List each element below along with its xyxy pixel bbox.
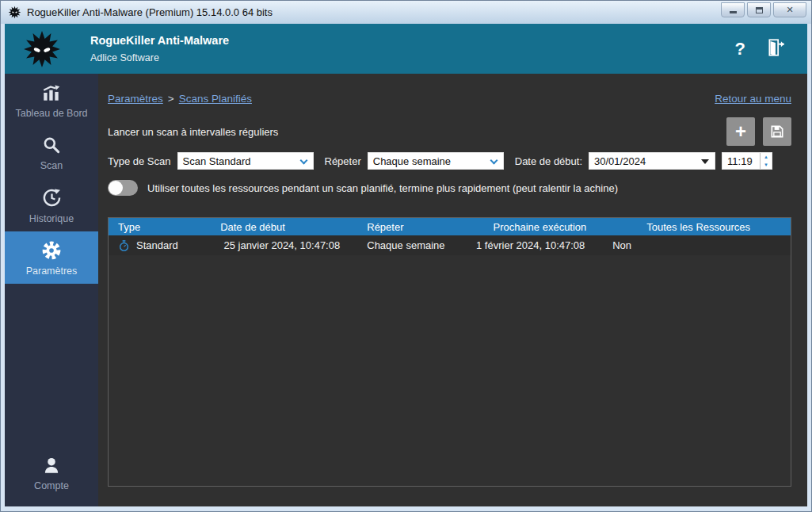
column-header-next-execution[interactable]: Prochaine exécution xyxy=(484,221,638,233)
breadcrumb-separator: > xyxy=(168,93,174,105)
return-to-menu-link[interactable]: Retour au menu xyxy=(715,93,791,105)
start-time-input[interactable]: 11:19 ▲ ▼ xyxy=(722,152,772,170)
repeat-select[interactable]: Chaque semaine xyxy=(368,152,504,170)
exit-button[interactable] xyxy=(766,37,787,61)
cell-next-execution: 1 février 2024, 10:47:08 xyxy=(467,239,603,251)
repeat-value: Chaque semaine xyxy=(373,155,451,167)
table-row[interactable]: Standard 25 janvier 2024, 10:47:08 Chaqu… xyxy=(109,235,791,255)
spinner-down-icon[interactable]: ▼ xyxy=(761,161,772,169)
sidebar-spacer xyxy=(5,284,98,446)
history-icon xyxy=(41,187,63,208)
add-schedule-button[interactable]: + xyxy=(726,117,755,146)
save-icon xyxy=(769,124,785,139)
gear-icon xyxy=(41,240,62,261)
close-icon: ✕ xyxy=(786,6,793,14)
body-row: Tableau de Bord Scan Historique xyxy=(5,74,807,506)
chart-icon xyxy=(41,82,62,103)
scan-type-label: Type de Scan xyxy=(108,155,171,167)
sidebar-item-label: Paramètres xyxy=(26,266,78,277)
sidebar-item-scan[interactable]: Scan xyxy=(5,126,98,178)
sidebar-item-label: Historique xyxy=(29,213,74,224)
time-spinner: ▲ ▼ xyxy=(760,153,772,169)
chevron-down-icon xyxy=(299,157,307,165)
plus-icon: + xyxy=(735,122,746,141)
cell-start-date: 25 janvier 2024, 10:47:08 xyxy=(214,239,357,251)
user-icon xyxy=(41,455,62,476)
column-header-start-date[interactable]: Date de début xyxy=(211,221,357,233)
breadcrumb-link-scans-planifies[interactable]: Scans Planifiés xyxy=(179,93,252,105)
spinner-up-icon[interactable]: ▲ xyxy=(761,153,772,161)
all-resources-toggle-label: Utiliser toutes les ressources pendant u… xyxy=(147,182,618,194)
cell-all-resources: Non xyxy=(603,239,791,251)
start-date-label: Date de début: xyxy=(515,155,582,167)
vendor-name: Adlice Software xyxy=(90,52,715,63)
repeat-label: Répeter xyxy=(325,155,361,167)
resources-toggle-row: Utiliser toutes les ressources pendant u… xyxy=(108,180,791,196)
help-button[interactable]: ? xyxy=(735,39,745,59)
column-header-type[interactable]: Type xyxy=(109,221,211,233)
sidebar-item-label: Tableau de Bord xyxy=(15,108,87,119)
cell-type-value: Standard xyxy=(136,239,178,251)
sidebar-item-parametres[interactable]: Paramètres xyxy=(5,231,98,284)
title-bar[interactable]: RogueKiller Anti-Malware (Premium) 15.14… xyxy=(1,1,811,24)
search-icon xyxy=(41,135,62,155)
app-titles: RogueKiller Anti-Malware Adlice Software xyxy=(90,34,715,63)
cell-type: Standard xyxy=(109,239,214,252)
minimize-button[interactable] xyxy=(721,2,745,17)
start-date-value: 30/01/2024 xyxy=(594,155,646,167)
sidebar-item-compte[interactable]: Compte xyxy=(5,446,98,499)
breadcrumb-link-parametres[interactable]: Paramètres xyxy=(108,93,163,105)
close-button[interactable]: ✕ xyxy=(773,2,806,17)
toggle-knob-icon xyxy=(109,181,123,195)
section-title: Lancer un scan à intervalles réguliers xyxy=(108,126,278,138)
table-header: Type Date de début Répeter Prochaine exé… xyxy=(109,218,791,235)
column-header-all-resources[interactable]: Toutes les Ressources xyxy=(637,221,791,233)
breadcrumb-bar: Paramètres>Scans Planifiés Retour au men… xyxy=(108,93,791,105)
breadcrumb: Paramètres>Scans Planifiés xyxy=(108,93,252,105)
sidebar-item-historique[interactable]: Historique xyxy=(5,178,98,231)
window-controls: ✕ xyxy=(721,2,806,17)
minimize-icon xyxy=(730,11,737,13)
all-resources-toggle[interactable] xyxy=(108,180,138,196)
main-content: Paramètres>Scans Planifiés Retour au men… xyxy=(98,74,807,506)
sidebar-item-tableau-de-bord[interactable]: Tableau de Bord xyxy=(5,74,98,126)
column-header-repeat[interactable]: Répeter xyxy=(357,221,483,233)
scan-type-select[interactable]: Scan Standard xyxy=(177,152,314,170)
chevron-down-icon xyxy=(490,157,497,165)
help-icon: ? xyxy=(735,39,745,59)
roguekiller-logo-icon xyxy=(22,29,62,69)
app-name: RogueKiller Anti-Malware xyxy=(90,34,715,47)
maximize-icon xyxy=(756,7,763,13)
exit-door-icon xyxy=(766,37,787,58)
app-logo-icon xyxy=(8,6,21,19)
toolbar-row: Lancer un scan à intervalles réguliers + xyxy=(108,117,791,146)
app-header: RogueKiller Anti-Malware Adlice Software… xyxy=(5,24,807,74)
start-time-value: 11:19 xyxy=(722,155,760,167)
sidebar: Tableau de Bord Scan Historique xyxy=(5,74,98,506)
window-title: RogueKiller Anti-Malware (Premium) 15.14… xyxy=(27,6,721,18)
sidebar-item-label: Compte xyxy=(34,480,69,491)
app-window: RogueKiller Anti-Malware (Premium) 15.14… xyxy=(0,0,812,512)
maximize-button[interactable] xyxy=(747,2,771,17)
start-date-picker[interactable]: 30/01/2024 xyxy=(589,152,715,170)
schedule-form: Type de Scan Scan Standard Répeter Chaqu… xyxy=(108,152,791,170)
cell-repeat: Chaque semaine xyxy=(357,239,467,251)
schedules-table: Type Date de début Répeter Prochaine exé… xyxy=(108,217,791,487)
scan-type-value: Scan Standard xyxy=(183,155,251,167)
save-schedule-button[interactable] xyxy=(763,117,791,146)
dropdown-arrow-icon xyxy=(701,159,709,164)
toolbar-buttons: + xyxy=(726,117,791,146)
window-frame: RogueKiller Anti-Malware Adlice Software… xyxy=(1,24,811,512)
sidebar-item-label: Scan xyxy=(40,160,63,171)
stopwatch-icon xyxy=(118,239,130,252)
